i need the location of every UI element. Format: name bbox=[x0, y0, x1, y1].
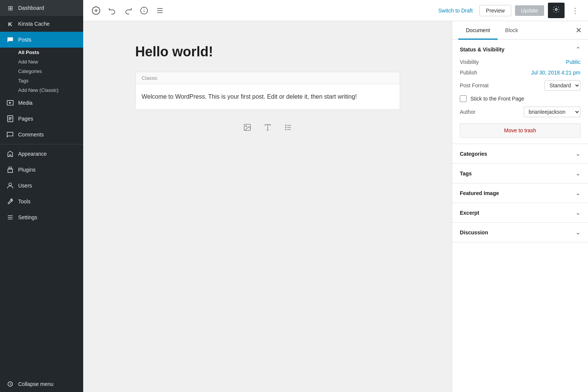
sidebar-item-label: Tools bbox=[18, 198, 31, 205]
block-toolbar bbox=[135, 116, 400, 141]
comments-icon bbox=[6, 130, 14, 139]
sidebar-item-collapse[interactable]: Collapse menu bbox=[0, 376, 83, 392]
section-excerpt: Excerpt ⌄ bbox=[452, 203, 588, 223]
visibility-row: Visibility Public bbox=[460, 59, 580, 65]
section-discussion: Discussion ⌄ bbox=[452, 223, 588, 242]
stick-to-front-label: Stick to the Front Page bbox=[470, 96, 524, 102]
kinsta-icon: K bbox=[6, 20, 14, 28]
sidebar-item-kinsta-cache[interactable]: K Kinsta Cache bbox=[0, 16, 83, 32]
publish-value[interactable]: Jul 30, 2018 4:21 pm bbox=[531, 70, 580, 76]
sidebar-item-label: Appearance bbox=[18, 151, 47, 157]
add-block-button[interactable] bbox=[89, 4, 103, 17]
svg-rect-6 bbox=[9, 167, 11, 169]
more-options-button[interactable]: ⋮ bbox=[568, 5, 582, 17]
update-button[interactable]: Update bbox=[515, 5, 544, 16]
settings-gear-button[interactable] bbox=[548, 3, 565, 18]
insert-image-button[interactable] bbox=[242, 122, 253, 135]
sidebar-item-label: Posts bbox=[18, 37, 31, 43]
posts-icon bbox=[6, 36, 14, 44]
move-to-trash-button[interactable]: Move to trash bbox=[460, 123, 580, 138]
post-format-row: Post Format Standard Aside Chat Gallery … bbox=[460, 80, 580, 91]
sidebar-item-comments[interactable]: Comments bbox=[0, 127, 83, 143]
list-view-button[interactable] bbox=[154, 4, 166, 17]
author-select[interactable]: brianleejackson bbox=[524, 107, 580, 117]
insert-text-button[interactable] bbox=[262, 122, 273, 135]
insert-list-button[interactable] bbox=[282, 122, 294, 135]
sidebar-item-label: Kinsta Cache bbox=[18, 21, 50, 27]
section-excerpt-header[interactable]: Excerpt ⌄ bbox=[452, 203, 588, 222]
sidebar-item-tools[interactable]: Tools bbox=[0, 194, 83, 209]
sidebar-item-label: Media bbox=[18, 100, 33, 106]
sidebar-item-settings[interactable]: Settings bbox=[0, 209, 83, 225]
sidebar-item-appearance[interactable]: Appearance bbox=[0, 146, 83, 162]
tab-block[interactable]: Block bbox=[498, 21, 526, 40]
section-status-visibility-body: Visibility Public Publish Jul 30, 2018 4… bbox=[452, 59, 588, 144]
section-tags-header[interactable]: Tags ⌄ bbox=[452, 164, 588, 183]
section-featured-image-header[interactable]: Featured Image ⌄ bbox=[452, 183, 588, 203]
section-discussion-title: Discussion bbox=[460, 229, 488, 236]
sidebar-divider bbox=[0, 144, 83, 144]
preview-button[interactable]: Preview bbox=[479, 5, 511, 16]
svg-point-23 bbox=[555, 9, 557, 11]
sidebar-submenu-add-new-classic[interactable]: Add New (Classic) bbox=[18, 85, 83, 95]
editor-content: Hello world! Classic Welcome to WordPres… bbox=[83, 21, 452, 392]
publish-label: Publish bbox=[460, 70, 477, 76]
section-categories: Categories ⌄ bbox=[452, 144, 588, 164]
editor-inner: Hello world! Classic Welcome to WordPres… bbox=[135, 44, 400, 141]
info-button[interactable] bbox=[138, 4, 150, 17]
section-status-visibility: Status & Visibility ⌃ Visibility Public … bbox=[452, 40, 588, 144]
undo-button[interactable] bbox=[106, 4, 119, 17]
svg-marker-1 bbox=[9, 102, 11, 104]
visibility-label: Visibility bbox=[460, 59, 479, 65]
sidebar: ⊞ Dashboard K Kinsta Cache Posts All Pos… bbox=[0, 0, 83, 392]
sidebar-submenu-categories[interactable]: Categories bbox=[18, 67, 83, 76]
section-categories-title: Categories bbox=[460, 151, 487, 157]
sidebar-submenu-tags[interactable]: Tags bbox=[18, 76, 83, 85]
sidebar-item-media[interactable]: Media bbox=[0, 95, 83, 111]
sidebar-item-posts[interactable]: Posts bbox=[0, 32, 83, 48]
sidebar-item-plugins[interactable]: Plugins bbox=[0, 162, 83, 178]
svg-point-31 bbox=[285, 125, 286, 126]
stick-to-front-checkbox[interactable] bbox=[460, 95, 467, 102]
sidebar-item-users[interactable]: Users bbox=[0, 178, 83, 194]
panel-close-button[interactable]: ✕ bbox=[576, 26, 582, 35]
chevron-up-icon: ⌃ bbox=[576, 46, 580, 53]
active-arrow bbox=[80, 37, 83, 43]
collapse-label: Collapse menu bbox=[18, 381, 53, 387]
sidebar-item-label: Comments bbox=[18, 132, 44, 138]
section-categories-header[interactable]: Categories ⌄ bbox=[452, 144, 588, 163]
section-tags-title: Tags bbox=[460, 170, 472, 177]
svg-point-33 bbox=[285, 129, 286, 130]
section-featured-image-title: Featured Image bbox=[460, 190, 499, 196]
section-status-visibility-title: Status & Visibility bbox=[460, 46, 504, 53]
chevron-down-icon: ⌄ bbox=[576, 150, 580, 157]
classic-block-body[interactable]: Welcome to WordPress. This is your first… bbox=[136, 84, 400, 109]
classic-block-label: Classic bbox=[136, 72, 400, 84]
dashboard-icon: ⊞ bbox=[6, 4, 14, 12]
chevron-down-icon-excerpt: ⌄ bbox=[576, 209, 580, 216]
section-excerpt-title: Excerpt bbox=[460, 210, 479, 216]
switch-to-draft-button[interactable]: Switch to Draft bbox=[435, 6, 476, 15]
section-discussion-header[interactable]: Discussion ⌄ bbox=[452, 223, 588, 242]
redo-button[interactable] bbox=[122, 4, 135, 17]
right-panel: Document Block ✕ Status & Visibility ⌃ V… bbox=[452, 21, 588, 392]
sidebar-item-label: Pages bbox=[18, 116, 33, 122]
sidebar-submenu-add-new[interactable]: Add New bbox=[18, 57, 83, 67]
sidebar-submenu-all-posts[interactable]: All Posts bbox=[18, 48, 83, 57]
sidebar-item-dashboard[interactable]: ⊞ Dashboard bbox=[0, 0, 83, 16]
sidebar-item-label: Settings bbox=[18, 214, 37, 220]
media-icon bbox=[6, 99, 14, 107]
tab-document[interactable]: Document bbox=[458, 21, 498, 40]
main-area: Switch to Draft Preview Update ⋮ Hello w… bbox=[83, 0, 588, 392]
pages-icon bbox=[6, 115, 14, 123]
visibility-value[interactable]: Public bbox=[566, 59, 580, 65]
post-title[interactable]: Hello world! bbox=[135, 44, 400, 60]
stick-to-front-row: Stick to the Front Page bbox=[460, 95, 580, 102]
svg-point-9 bbox=[9, 183, 11, 186]
sidebar-item-pages[interactable]: Pages bbox=[0, 111, 83, 127]
svg-point-32 bbox=[285, 127, 286, 128]
section-status-visibility-header[interactable]: Status & Visibility ⌃ bbox=[452, 40, 588, 59]
post-format-select[interactable]: Standard Aside Chat Gallery Link Image Q… bbox=[545, 80, 580, 91]
classic-block: Classic Welcome to WordPress. This is yo… bbox=[135, 72, 400, 110]
post-format-label: Post Format bbox=[460, 82, 489, 88]
